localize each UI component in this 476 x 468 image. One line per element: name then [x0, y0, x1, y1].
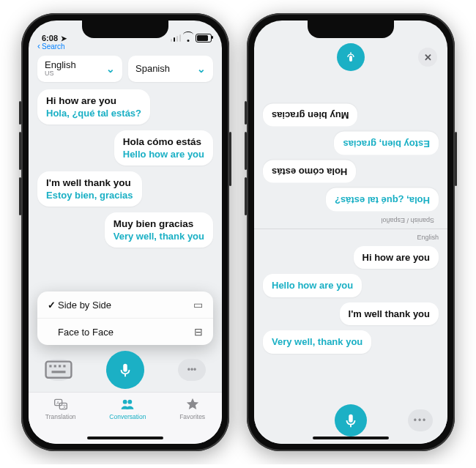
- message-bubble[interactable]: Hola cómo estás Hello how are you: [114, 130, 213, 166]
- chevron-down-icon: ⌄: [197, 63, 206, 75]
- chevron-left-icon: ‹: [37, 41, 40, 51]
- message-bubble[interactable]: Muy bien gracias: [263, 103, 357, 127]
- face-to-face-bottom[interactable]: English Hi how are you Hello how are you…: [254, 229, 447, 398]
- star-icon: [185, 397, 201, 412]
- language-label-top: Spanish / Español: [381, 217, 439, 224]
- message-bubble[interactable]: Hola, ¿qué tal estás?: [326, 188, 439, 212]
- message-translation: Very well, thank you: [114, 231, 204, 242]
- message-bubble[interactable]: Estoy bien, gracias: [335, 132, 439, 155]
- svg-rect-2: [54, 365, 56, 368]
- tab-label: Translation: [45, 413, 76, 420]
- face-to-face-top-controls: ✕: [254, 41, 447, 73]
- message-source: Hola cómo estás: [123, 136, 204, 147]
- wifi-icon: [183, 34, 193, 42]
- chevron-down-icon: ⌄: [106, 63, 115, 75]
- mic-button-top[interactable]: [337, 43, 365, 71]
- message-bubble[interactable]: I'm well thank you: [340, 302, 439, 326]
- svg-rect-5: [52, 371, 66, 374]
- svg-rect-1: [49, 365, 51, 368]
- battery-icon: [196, 34, 212, 42]
- message-bubble[interactable]: I'm well thank you Estoy bien, gracias: [37, 171, 142, 207]
- signal-icon: [171, 34, 182, 42]
- input-controls: •••: [29, 348, 222, 392]
- check-icon: ✓: [48, 300, 58, 311]
- close-button[interactable]: ✕: [418, 48, 437, 67]
- message-bubble[interactable]: Hello how are you: [263, 274, 362, 297]
- menu-item-side-by-side[interactable]: ✓Side by Side ▭: [37, 291, 213, 318]
- keyboard-icon: [45, 360, 72, 379]
- notch: [308, 21, 394, 38]
- back-link[interactable]: ‹ Search: [29, 41, 222, 51]
- language-from-button[interactable]: English US ⌄: [37, 56, 122, 82]
- mic-icon: [343, 412, 359, 428]
- view-mode-menu: ✓Side by Side ▭ Face to Face ⊟: [37, 291, 213, 345]
- language-label-bottom: English: [412, 234, 439, 241]
- mic-icon: [345, 51, 357, 63]
- menu-item-face-to-face[interactable]: Face to Face ⊟: [37, 318, 213, 345]
- phone-right: ✕ Spanish / Español Hola, ¿qué tal estás…: [247, 13, 455, 451]
- more-button[interactable]: •••: [178, 359, 206, 381]
- svg-point-10: [123, 400, 127, 404]
- message-bubble[interactable]: Very well, thank you: [263, 330, 371, 354]
- language-to-name: Spanish: [135, 64, 170, 74]
- language-to-button[interactable]: Spanish ⌄: [128, 56, 213, 82]
- back-label: Search: [42, 42, 65, 51]
- tab-label: Conversation: [109, 413, 146, 420]
- tab-favorites[interactable]: Favorites: [179, 397, 205, 420]
- location-icon: ➤: [61, 34, 67, 42]
- home-indicator[interactable]: [87, 437, 163, 439]
- phone-left: 6:08 ➤ ‹ Search English US ⌄: [21, 13, 229, 451]
- conversation-pane[interactable]: Hi how are you Hola, ¿qué tal estás? Hol…: [29, 88, 222, 287]
- keyboard-button[interactable]: [45, 359, 72, 381]
- tab-conversation[interactable]: Conversation: [109, 397, 146, 420]
- svg-text:A: A: [56, 401, 59, 405]
- language-from-name: English: [45, 60, 76, 70]
- message-bubble[interactable]: Hi how are you Hola, ¿qué tal estás?: [37, 89, 150, 125]
- status-time: 6:08: [42, 34, 58, 42]
- message-source: Muy bien gracias: [114, 218, 204, 229]
- svg-rect-0: [46, 362, 72, 378]
- home-indicator[interactable]: [313, 437, 389, 439]
- message-translation: Estoy bien, gracias: [46, 190, 133, 201]
- conversation-icon: [119, 397, 135, 412]
- message-bubble[interactable]: Hola cómo estás: [263, 160, 356, 183]
- mic-button[interactable]: [106, 351, 144, 389]
- svg-text:文: 文: [62, 404, 66, 409]
- language-from-sub: US: [45, 70, 76, 78]
- svg-rect-3: [59, 365, 61, 368]
- ellipsis-icon: •••: [187, 365, 197, 375]
- mic-button-bottom[interactable]: [335, 404, 367, 437]
- translation-icon: A文: [53, 397, 69, 412]
- more-button[interactable]: •••: [408, 409, 433, 431]
- screen-right: ✕ Spanish / Español Hola, ¿qué tal estás…: [254, 21, 447, 444]
- message-bubble[interactable]: Hi how are you: [354, 246, 439, 270]
- mic-icon: [117, 362, 133, 378]
- message-source: Hi how are you: [46, 95, 141, 106]
- close-icon: ✕: [424, 52, 432, 63]
- side-by-side-icon: ▭: [193, 299, 203, 311]
- face-to-face-icon: ⊟: [194, 326, 203, 338]
- svg-rect-4: [63, 365, 65, 368]
- face-to-face-top[interactable]: Spanish / Español Hola, ¿qué tal estás? …: [254, 56, 447, 229]
- message-source: I'm well thank you: [46, 177, 133, 188]
- message-translation: Hola, ¿qué tal estás?: [46, 108, 141, 119]
- menu-label: Face to Face: [58, 327, 114, 338]
- ellipsis-icon: •••: [414, 415, 428, 426]
- notch: [82, 21, 168, 38]
- svg-point-11: [128, 400, 133, 404]
- screen-left: 6:08 ➤ ‹ Search English US ⌄: [29, 21, 222, 444]
- message-bubble[interactable]: Muy bien gracias Very well, thank you: [105, 212, 213, 248]
- language-selector-bar: English US ⌄ Spanish ⌄: [29, 51, 222, 88]
- message-translation: Hello how are you: [123, 149, 204, 160]
- menu-label: Side by Side: [58, 300, 111, 311]
- tab-label: Favorites: [179, 413, 205, 420]
- tab-translation[interactable]: A文 Translation: [45, 397, 76, 420]
